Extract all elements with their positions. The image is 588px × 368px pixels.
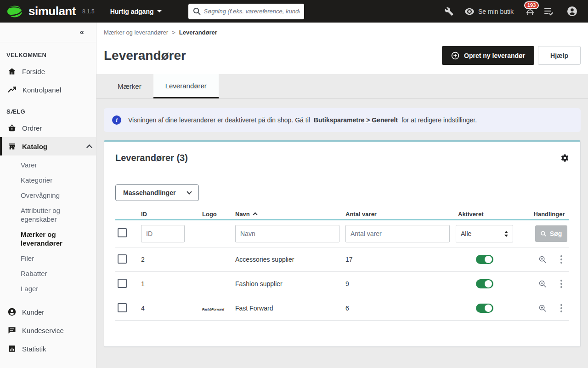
row-menu-kebab-icon[interactable]: [559, 302, 564, 314]
store-icon: [8, 142, 16, 150]
cell-name: Fast Forward: [235, 305, 345, 312]
breadcrumb-current: Leverandører: [179, 29, 217, 36]
cell-id: 2: [141, 256, 202, 263]
sidebar-subitem-monitoring[interactable]: Overvågning: [0, 188, 96, 203]
tab-suppliers[interactable]: Leverandører: [153, 74, 219, 98]
row-menu-kebab-icon[interactable]: [559, 278, 564, 290]
table-header-row: ID Logo Navn Antal varer Aktiveret Handl…: [115, 208, 569, 220]
table-row: 2 Accessories supplier 17: [115, 247, 569, 272]
info-banner: i Visningen af dine leverandører er deak…: [104, 108, 581, 132]
row-checkbox[interactable]: [118, 303, 127, 312]
sidebar: « VELKOMMEN Forside Kontrolpanel SÆLG Or…: [0, 23, 96, 368]
main-content: Mærker og leverandører > Leverandører Le…: [96, 23, 588, 347]
debug-wrench-button[interactable]: [441, 0, 458, 23]
cell-id: 4: [141, 305, 202, 312]
help-button[interactable]: Hjælp: [538, 46, 581, 65]
column-header-id[interactable]: ID: [141, 211, 202, 218]
chat-bubble-icon: [8, 326, 16, 334]
column-header-enabled[interactable]: Aktiveret: [456, 211, 533, 218]
breadcrumb-parent[interactable]: Mærker og leverandører: [104, 29, 168, 36]
person-circle-icon: [8, 308, 16, 316]
filter-row: Alle Søg: [115, 220, 569, 247]
sidebar-item-label: Katalog: [22, 143, 81, 150]
column-header-actions: Handlinger: [533, 211, 569, 218]
sidebar-item-catalog[interactable]: Katalog: [0, 137, 96, 155]
sidebar-item-label: Forside: [22, 68, 91, 75]
sidebar-subitem-products[interactable]: Varer: [0, 157, 96, 172]
bar-chart-icon: [8, 345, 16, 353]
search-submit-button[interactable]: Søg: [535, 225, 567, 242]
account-menu-button[interactable]: [563, 0, 581, 23]
view-zoom-icon[interactable]: [538, 280, 547, 288]
breadcrumb: Mærker og leverandører > Leverandører: [104, 29, 581, 36]
topbar: simulant 8.1.5 Hurtig adgang Se min buti…: [0, 0, 588, 23]
cell-products: 9: [345, 280, 456, 288]
global-search: [188, 4, 304, 19]
sidebar-item-statistics[interactable]: Statistik: [0, 339, 96, 358]
tab-brands[interactable]: Mærker: [106, 74, 153, 98]
sidebar-subitem-attributes[interactable]: Attributter og egenskaber: [0, 203, 96, 227]
sidebar-item-customers[interactable]: Kunder: [0, 303, 96, 321]
home-icon: [8, 67, 16, 75]
bulk-actions-label: Massehandlinger: [123, 189, 175, 196]
chevron-down-icon: [157, 10, 162, 12]
create-supplier-button[interactable]: Opret ny leverandør: [442, 46, 534, 65]
sidebar-item-home[interactable]: Forside: [0, 62, 96, 80]
filter-name-input[interactable]: [235, 225, 339, 242]
breadcrumb-separator: >: [172, 29, 175, 36]
search-icon: [540, 230, 547, 237]
filter-id-input[interactable]: [141, 225, 185, 242]
search-input[interactable]: [188, 4, 304, 19]
column-header-logo: Logo: [202, 211, 235, 218]
orders-quicklist-button[interactable]: [540, 0, 558, 23]
quick-access-menu[interactable]: Hurtig adgang: [110, 8, 162, 15]
row-menu-kebab-icon[interactable]: [559, 253, 564, 265]
sidebar-item-customer-service[interactable]: Kundeservice: [0, 321, 96, 339]
sidebar-subitem-discounts[interactable]: Rabatter: [0, 266, 96, 281]
notifications-button[interactable]: 193: [520, 0, 540, 23]
gear-icon[interactable]: [560, 154, 569, 162]
create-supplier-label: Opret ny leverandør: [464, 52, 525, 59]
enabled-toggle[interactable]: [476, 279, 493, 288]
filter-products-input[interactable]: [345, 225, 450, 242]
sidebar-item-label: Kunder: [22, 308, 91, 316]
view-shop-link[interactable]: Se min butik: [458, 0, 520, 23]
row-checkbox[interactable]: [118, 254, 127, 264]
sidebar-item-dashboard[interactable]: Kontrolpanel: [0, 80, 96, 99]
sidebar-item-label: Statistik: [22, 345, 91, 353]
column-header-name[interactable]: Navn: [235, 211, 345, 218]
cell-id: 1: [141, 280, 202, 288]
select-all-checkbox[interactable]: [118, 228, 127, 237]
brand-icon: [6, 5, 24, 18]
brand-logo[interactable]: simulant: [0, 4, 76, 18]
sidebar-subitem-brands-suppliers[interactable]: Mærker og leverandører: [0, 227, 96, 251]
enabled-toggle[interactable]: [476, 255, 493, 264]
sidebar-subitem-stock[interactable]: Lager: [0, 281, 96, 296]
filter-enabled-select[interactable]: Alle: [456, 225, 513, 242]
column-header-name-label: Navn: [235, 211, 250, 218]
settings-link[interactable]: Butiksparametre > Generelt: [314, 116, 398, 124]
plus-circle-icon: [451, 52, 459, 60]
sidebar-subitem-categories[interactable]: Kategorier: [0, 172, 96, 188]
search-submit-label: Søg: [550, 230, 562, 237]
table-row: 4 Fast⊙Forward Fast Forward 6: [115, 296, 569, 321]
collapse-sidebar-button[interactable]: «: [80, 28, 84, 37]
column-header-products[interactable]: Antal varer: [345, 211, 456, 218]
catalog-submenu: Varer Kategorier Overvågning Attributter…: [0, 155, 96, 303]
bulk-actions-dropdown[interactable]: Massehandlinger: [115, 184, 199, 201]
sidebar-item-orders[interactable]: Ordrer: [0, 119, 96, 137]
select-stepper-icon: [504, 231, 508, 237]
cell-name: Accessories supplier: [235, 256, 345, 263]
view-zoom-icon[interactable]: [538, 304, 547, 312]
enabled-toggle[interactable]: [476, 304, 493, 313]
sidebar-subitem-files[interactable]: Filer: [0, 251, 96, 266]
sidebar-section-improve: FORBEDR: [0, 358, 96, 368]
row-checkbox[interactable]: [118, 279, 127, 288]
supplier-logo-fastforward: Fast⊙Forward: [202, 308, 224, 311]
tab-bar: Mærker Leverandører: [96, 74, 588, 99]
page-title: Leverandører: [104, 48, 186, 63]
panel-title: Leverandører (3): [115, 153, 188, 163]
sidebar-section-sell: SÆLG: [0, 99, 96, 119]
cell-products: 6: [345, 305, 456, 312]
view-zoom-icon[interactable]: [538, 255, 547, 264]
